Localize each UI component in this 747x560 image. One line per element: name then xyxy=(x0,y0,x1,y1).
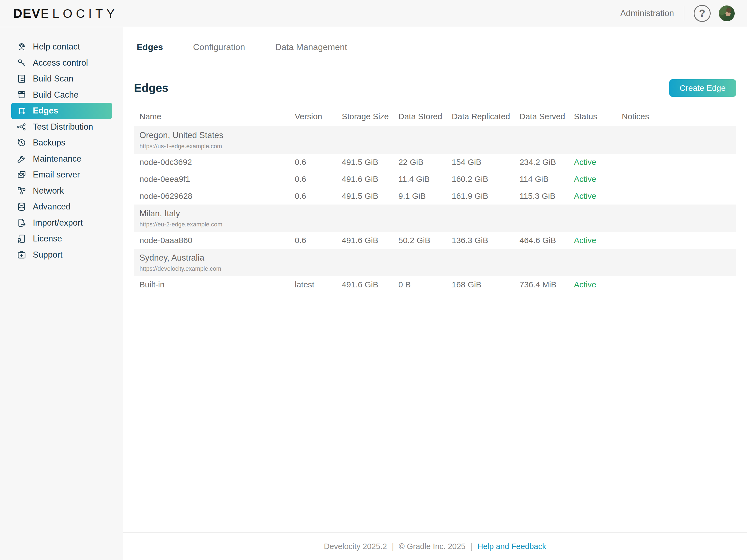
support-icon xyxy=(17,250,27,260)
administration-link[interactable]: Administration xyxy=(620,8,674,18)
cell-version: 0.6 xyxy=(295,157,342,167)
sidebar-item-label: Build Scan xyxy=(33,74,73,84)
footer: Develocity 2025.2 | © Gradle Inc. 2025 |… xyxy=(123,532,747,560)
tab-edges[interactable]: Edges xyxy=(137,42,163,52)
column-header-data-stored: Data Stored xyxy=(398,112,452,121)
sidebar-item-advanced[interactable]: Advanced xyxy=(11,199,112,215)
cell-served: 736.4 MiB xyxy=(519,280,574,289)
sidebar-item-edges[interactable]: Edges xyxy=(11,103,112,119)
cell-storage: 491.5 GiB xyxy=(342,192,398,201)
sidebar-item-test-distribution[interactable]: Test Distribution xyxy=(11,119,112,135)
cell-replicated: 136.3 GiB xyxy=(452,236,519,245)
sidebar-item-label: Advanced xyxy=(33,202,71,212)
column-header-data-served: Data Served xyxy=(519,112,574,121)
table-row: node-0dc36920.6491.5 GiB22 GiB154 GiB234… xyxy=(134,154,736,171)
footer-version: Develocity 2025.2 xyxy=(324,542,387,551)
cell-storage: 491.6 GiB xyxy=(342,236,398,245)
develocity-app: DEVELOCITY Administration ? Help contact… xyxy=(0,0,747,560)
sidebar-item-import-export[interactable]: Import/export xyxy=(11,215,112,231)
cell-version: latest xyxy=(295,280,342,289)
cell-name: node-0629628 xyxy=(134,192,295,201)
group-url: https://us-1-edge.example.com xyxy=(139,143,736,150)
cell-storage: 491.6 GiB xyxy=(342,280,398,289)
cell-served: 115.3 GiB xyxy=(519,192,574,201)
cell-version: 0.6 xyxy=(295,192,342,201)
sidebar-item-email-server[interactable]: Email server xyxy=(11,167,112,183)
sidebar-item-backups[interactable]: Backups xyxy=(11,135,112,151)
sidebar-item-label: Email server xyxy=(33,170,80,180)
cell-stored: 9.1 GiB xyxy=(398,192,452,201)
cell-served: 464.6 GiB xyxy=(519,236,574,245)
cell-storage: 491.6 GiB xyxy=(342,175,398,184)
cell-stored: 0 B xyxy=(398,280,452,289)
cell-status: Active xyxy=(574,280,622,289)
cell-replicated: 168 GiB xyxy=(452,280,519,289)
edge-group-header: Oregon, United Stateshttps://us-1-edge.e… xyxy=(134,126,736,154)
table-row: node-0eea9f10.6491.6 GiB11.4 GiB160.2 Gi… xyxy=(134,171,736,187)
tab-configuration[interactable]: Configuration xyxy=(193,42,245,52)
license-icon xyxy=(17,233,27,244)
content-area: EdgesConfigurationData Management Edges … xyxy=(123,27,747,560)
edge-group-header: Milan, Italyhttps://eu-2-edge.example.co… xyxy=(134,205,736,232)
column-header-notices: Notices xyxy=(622,112,736,121)
develocity-logo[interactable]: DEVELOCITY xyxy=(13,6,118,21)
edge-group-header: Sydney, Australiahttps://develocity.exam… xyxy=(134,249,736,276)
table-row: Built-inlatest491.6 GiB0 B168 GiB736.4 M… xyxy=(134,276,736,293)
sidebar-item-support[interactable]: Support xyxy=(11,247,112,263)
logo-text-light: ELOCITY xyxy=(41,6,119,21)
cell-status: Active xyxy=(574,175,622,184)
sidebar-navigation: Help contactAccess controlBuild ScanBuil… xyxy=(0,27,123,560)
cell-stored: 50.2 GiB xyxy=(398,236,452,245)
cell-status: Active xyxy=(574,236,622,245)
top-bar-right: Administration ? xyxy=(620,5,735,22)
cell-stored: 22 GiB xyxy=(398,157,452,167)
sidebar-item-access-control[interactable]: Access control xyxy=(11,55,112,71)
sidebar-item-help-contact[interactable]: Help contact xyxy=(11,39,112,55)
cell-name: node-0eea9f1 xyxy=(134,175,295,184)
logo-text-bold: DEV xyxy=(13,6,41,21)
test-distribution-icon xyxy=(17,122,27,132)
table-row: node-06296280.6491.5 GiB9.1 GiB161.9 GiB… xyxy=(134,187,736,205)
table-row: node-0aaa8600.6491.6 GiB50.2 GiB136.3 Gi… xyxy=(134,232,736,249)
sidebar-item-license[interactable]: License xyxy=(11,231,112,247)
group-location: Oregon, United States xyxy=(139,130,736,140)
sidebar-item-build-scan[interactable]: Build Scan xyxy=(11,71,112,87)
sidebar-item-label: License xyxy=(33,234,62,244)
cell-name: node-0aaa860 xyxy=(134,236,295,245)
build-scan-icon xyxy=(17,74,27,84)
app-shell: Help contactAccess controlBuild ScanBuil… xyxy=(0,27,747,560)
help-icon[interactable]: ? xyxy=(694,5,711,22)
import-export-icon xyxy=(17,218,27,228)
page-header: Edges Create Edge xyxy=(134,67,736,107)
database-icon xyxy=(17,202,27,212)
sidebar-item-build-cache[interactable]: Build Cache xyxy=(11,87,112,103)
user-avatar[interactable] xyxy=(719,5,735,21)
create-edge-button[interactable]: Create Edge xyxy=(669,79,736,97)
column-header-status: Status xyxy=(574,112,622,121)
sidebar-item-label: Backups xyxy=(33,138,66,148)
cell-status: Active xyxy=(574,192,622,201)
sidebar-item-label: Support xyxy=(33,250,62,260)
cell-version: 0.6 xyxy=(295,236,342,245)
sidebar-items: Help contactAccess controlBuild ScanBuil… xyxy=(11,39,112,263)
tab-data-management[interactable]: Data Management xyxy=(275,42,347,52)
sidebar-item-network[interactable]: Network xyxy=(11,183,112,199)
cell-version: 0.6 xyxy=(295,175,342,184)
sidebar-item-label: Import/export xyxy=(33,218,83,228)
sidebar-item-label: Maintenance xyxy=(33,154,81,164)
group-location: Sydney, Australia xyxy=(139,253,736,263)
page-title: Edges xyxy=(134,81,169,95)
footer-copyright: © Gradle Inc. 2025 xyxy=(399,542,466,551)
help-feedback-link[interactable]: Help and Feedback xyxy=(478,542,546,551)
backups-icon xyxy=(17,137,27,148)
column-header-version: Version xyxy=(295,112,342,121)
group-url: https://develocity.example.com xyxy=(139,265,736,272)
edges-table: NameVersionStorage SizeData StoredData R… xyxy=(134,107,736,293)
cell-storage: 491.5 GiB xyxy=(342,157,398,167)
group-location: Milan, Italy xyxy=(139,209,736,219)
key-icon xyxy=(17,58,27,68)
group-url: https://eu-2-edge.example.com xyxy=(139,221,736,228)
column-header-storage-size: Storage Size xyxy=(342,112,398,121)
sidebar-item-label: Test Distribution xyxy=(33,122,93,132)
sidebar-item-maintenance[interactable]: Maintenance xyxy=(11,151,112,167)
